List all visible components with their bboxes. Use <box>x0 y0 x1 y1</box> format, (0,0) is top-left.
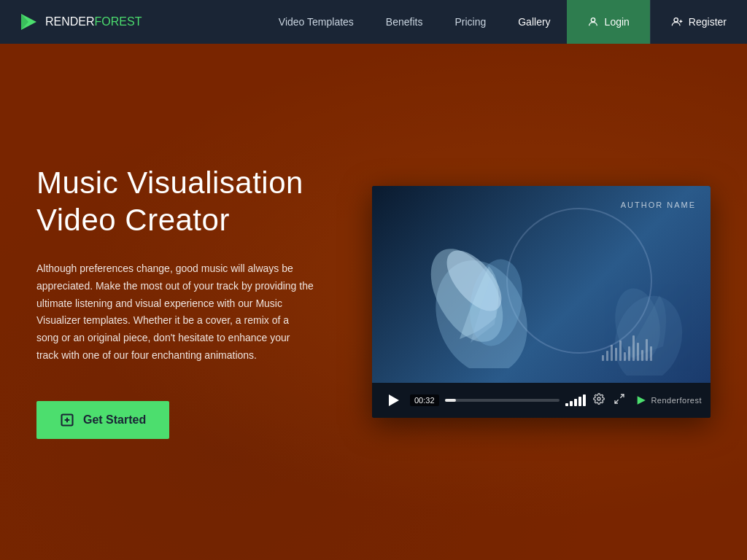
hero-title: Music VisualisationVideo Creator <box>36 165 343 238</box>
watermark-text: Renderforest <box>651 396 702 405</box>
author-name-tag: AUTHOR NAME <box>621 201 696 209</box>
play-button[interactable] <box>381 389 404 412</box>
fullscreen-icon[interactable] <box>612 392 627 409</box>
rf-logo-icon <box>635 394 647 406</box>
svg-line-14 <box>621 394 624 398</box>
logo-text: RENDERFOREST <box>45 15 142 28</box>
play-icon <box>389 394 399 406</box>
svg-marker-16 <box>638 396 646 405</box>
get-started-button[interactable]: Get Started <box>36 401 169 439</box>
video-controls-bar: 00:32 <box>372 383 711 418</box>
nav-auth: Login Register <box>567 0 747 44</box>
hero-left-panel: Music VisualisationVideo Creator Althoug… <box>36 165 343 439</box>
watermark: Renderforest <box>635 394 702 406</box>
time-display: 00:32 <box>410 394 439 406</box>
settings-icon[interactable] <box>592 392 606 409</box>
login-button[interactable]: Login <box>567 0 650 44</box>
edit-icon <box>60 413 74 427</box>
logo[interactable]: RENDERFOREST <box>0 11 142 33</box>
waveform-visualization <box>602 335 652 361</box>
nav-benefits[interactable]: Benefits <box>370 0 439 44</box>
video-screen: AUTHOR NAME <box>372 186 711 383</box>
nav-video-templates[interactable]: Video Templates <box>263 0 370 44</box>
nav-pricing[interactable]: Pricing <box>438 0 502 44</box>
user-icon <box>587 16 599 28</box>
svg-line-15 <box>615 400 619 403</box>
volume-icon[interactable] <box>565 394 586 406</box>
svg-point-3 <box>674 18 678 22</box>
hero-description: Although preferences change, good music … <box>36 260 314 365</box>
progress-bar[interactable] <box>445 399 560 402</box>
nav-gallery[interactable]: Gallery <box>502 0 566 44</box>
hero-content: Music VisualisationVideo Creator Althoug… <box>0 44 747 560</box>
bird-shape-main <box>409 222 554 368</box>
logo-icon <box>18 11 39 33</box>
video-player: AUTHOR NAME <box>372 186 711 418</box>
progress-fill <box>445 399 457 402</box>
nav-links: Video Templates Benefits Pricing Gallery <box>263 0 567 44</box>
svg-point-2 <box>591 18 595 22</box>
svg-point-13 <box>597 397 600 400</box>
user-plus-icon <box>671 16 683 28</box>
register-button[interactable]: Register <box>650 0 747 44</box>
navbar: RENDERFOREST Video Templates Benefits Pr… <box>0 0 747 44</box>
